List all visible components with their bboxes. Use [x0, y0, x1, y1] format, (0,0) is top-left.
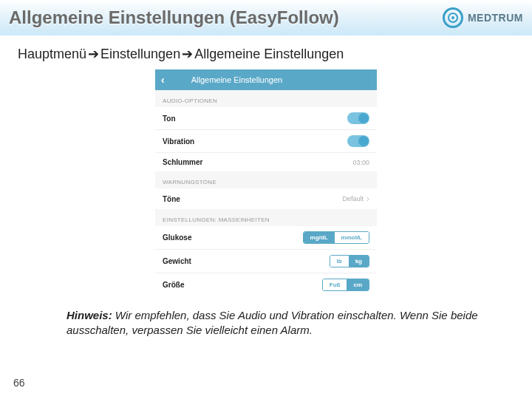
breadcrumb-c: Allgemeine Einstellungen [194, 47, 344, 61]
segment-gewicht[interactable]: lb kg [330, 255, 369, 267]
brand-logo: MEDTRUM [443, 7, 523, 28]
row-gewicht: Gewicht lb kg [155, 250, 377, 273]
app-header-title: Allgemeine Einstellungen [191, 75, 283, 84]
label-groesse: Größe [163, 281, 184, 289]
segment-groesse[interactable]: Fuß cm [322, 279, 369, 291]
label-vibration: Vibration [163, 137, 194, 146]
seg-gewicht-b[interactable]: kg [349, 256, 369, 267]
page-number: 66 [13, 377, 25, 389]
toggle-ton[interactable] [347, 112, 369, 124]
row-ton: Ton [155, 107, 377, 130]
toggle-vibration[interactable] [347, 135, 369, 147]
slide-header: Allgemeine Einstellungen (EasyFollow) ME… [0, 0, 532, 35]
note-text: Hinweis: Wir empfehlen, dass Sie Audio u… [0, 296, 532, 338]
segment-glukose[interactable]: mg/dL mmol/L [303, 231, 369, 244]
value-schlummer: 03:00 [352, 159, 369, 166]
row-tone[interactable]: Töne Default› [155, 188, 377, 209]
breadcrumb-b: Einstellungen [100, 47, 180, 61]
arrow-icon: ➔ [182, 46, 193, 62]
label-ton: Ton [163, 115, 176, 123]
seg-glukose-a[interactable]: mg/dL [304, 232, 335, 243]
label-glukose: Glukose [163, 233, 191, 242]
note-body: Wir empfehlen, dass Sie Audio und Vibrat… [66, 309, 478, 336]
section-units-label: EINSTELLUNGEN: MASSEINHEITEN [155, 209, 377, 226]
breadcrumb-a: Hauptmenü [18, 47, 86, 61]
brand-name: MEDTRUM [468, 12, 523, 24]
logo-icon [443, 7, 463, 28]
app-header: ‹ Allgemeine Einstellungen [155, 69, 377, 90]
value-tone: Default› [342, 194, 369, 204]
row-glukose: Glukose mg/dL mmol/L [155, 226, 377, 250]
phone-screenshot: ‹ Allgemeine Einstellungen AUDIO-OPTIONE… [155, 69, 377, 296]
seg-gewicht-a[interactable]: lb [330, 256, 349, 267]
note-label: Hinweis: [66, 309, 112, 321]
row-vibration: Vibration [155, 130, 377, 153]
row-schlummer[interactable]: Schlummer 03:00 [155, 153, 377, 171]
seg-glukose-b[interactable]: mmol/L [335, 232, 369, 243]
section-audio-label: AUDIO-OPTIONEN [155, 90, 377, 107]
seg-groesse-b[interactable]: cm [347, 279, 369, 290]
arrow-icon: ➔ [88, 46, 99, 62]
label-gewicht: Gewicht [163, 257, 191, 265]
label-tone: Töne [163, 195, 180, 203]
row-groesse: Größe Fuß cm [155, 273, 377, 296]
section-warn-label: WARNUNGSTÖNE [155, 171, 377, 188]
chevron-right-icon: › [366, 194, 369, 204]
breadcrumb: Hauptmenü➔Einstellungen➔Allgemeine Einst… [0, 35, 532, 69]
label-schlummer: Schlummer [163, 158, 202, 166]
back-icon[interactable]: ‹ [161, 74, 165, 86]
page-title: Allgemeine Einstellungen (EasyFollow) [9, 7, 339, 28]
seg-groesse-a[interactable]: Fuß [323, 279, 347, 290]
